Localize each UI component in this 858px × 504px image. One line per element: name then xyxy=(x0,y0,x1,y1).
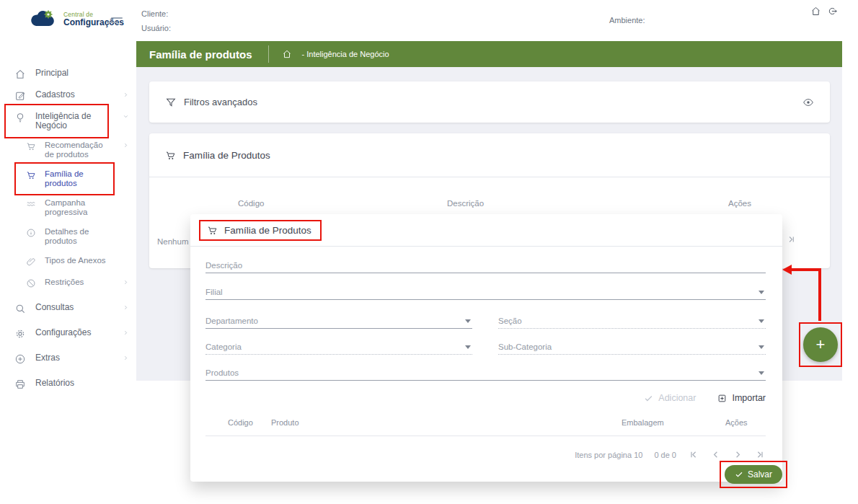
printer-icon xyxy=(14,379,26,390)
breadcrumb: - Inteligência de Negócio xyxy=(302,50,389,58)
column-descricao: Descrição xyxy=(447,199,484,208)
sidebar-nav: Principal Cadastros Inteligência de Negó… xyxy=(0,41,136,504)
app-window: Central de Configurações Cliente: Usuári… xyxy=(0,0,858,504)
annotation-arrow-vertical xyxy=(818,268,821,321)
sidebar-item-inteligencia-de-negocio[interactable]: Inteligência de Negócio xyxy=(0,107,136,136)
dropdown-arrow-icon xyxy=(759,371,764,375)
last-page-icon[interactable] xyxy=(755,449,766,460)
importar-button[interactable]: Importar xyxy=(717,393,766,403)
dropdown-arrow-icon xyxy=(759,345,764,349)
save-button[interactable]: Salvar xyxy=(725,465,782,484)
breadcrumb-home-icon[interactable] xyxy=(282,49,292,59)
cloud-gear-logo-icon xyxy=(29,9,58,29)
plus-circle-icon xyxy=(14,353,26,365)
cart-icon xyxy=(26,169,36,181)
previous-page-icon[interactable] xyxy=(710,449,721,460)
last-page-icon[interactable] xyxy=(787,234,797,244)
first-page-icon[interactable] xyxy=(688,449,699,460)
chevron-right-icon xyxy=(123,90,129,98)
column-acoes: Ações xyxy=(725,418,748,427)
next-page-icon[interactable] xyxy=(733,449,743,460)
sidebar-item-relatorios[interactable]: Relatórios xyxy=(0,373,136,395)
sidebar-item-restricoes[interactable]: Restrições xyxy=(0,273,136,294)
dropdown-arrow-icon xyxy=(465,345,471,349)
chevron-right-icon xyxy=(123,141,129,149)
check-icon xyxy=(644,394,653,403)
produtos-select[interactable]: Produtos xyxy=(205,366,766,381)
sidebar-item-detalhes-de-produtos[interactable]: Detalhes de produtos xyxy=(0,222,136,251)
block-icon xyxy=(26,278,36,289)
top-header: Central de Configurações Cliente: Usuári… xyxy=(0,0,858,41)
funnel-icon xyxy=(165,97,177,108)
client-label: Cliente: xyxy=(141,9,168,18)
sidebar-item-consultas[interactable]: Consultas xyxy=(0,298,136,319)
column-embalagem: Embalagem xyxy=(622,418,664,427)
annotation-box-save: Salvar xyxy=(720,461,787,488)
dropdown-arrow-icon xyxy=(465,319,471,323)
sidebar-item-familia-de-produtos[interactable]: Família de produtos xyxy=(0,164,136,193)
sidebar-item-principal[interactable]: Principal xyxy=(0,63,136,85)
sidebar-item-tipos-de-anexos[interactable]: Tipos de Anexos xyxy=(0,251,136,273)
column-codigo: Código xyxy=(228,418,253,427)
title-divider xyxy=(268,45,269,63)
sidebar-item-extras[interactable]: Extras xyxy=(0,348,136,370)
adicionar-button[interactable]: Adicionar xyxy=(644,393,696,403)
descricao-field[interactable]: Descrição xyxy=(205,258,766,273)
home-icon[interactable] xyxy=(810,6,821,17)
familia-card-title: Família de Produtos xyxy=(183,150,270,161)
chevron-right-icon xyxy=(123,278,129,286)
chevron-down-icon xyxy=(123,112,129,120)
menu-toggle-icon[interactable] xyxy=(107,16,123,25)
logout-icon[interactable] xyxy=(827,6,838,17)
range-label: 0 de 0 xyxy=(654,451,676,459)
chevron-right-icon xyxy=(123,328,129,336)
home-icon xyxy=(14,68,26,80)
sub-categoria-select[interactable]: Sub-Categoria xyxy=(498,340,766,355)
sidebar-item-cadastros[interactable]: Cadastros xyxy=(0,85,136,107)
familia-table-header: Código Descrição Ações xyxy=(149,177,830,213)
cart-icon xyxy=(165,150,176,161)
categoria-select[interactable]: Categoria xyxy=(205,340,472,355)
column-acoes: Ações xyxy=(728,199,751,208)
filial-select[interactable]: Filial xyxy=(205,285,766,300)
chevron-right-icon xyxy=(123,303,129,311)
departamento-select[interactable]: Departamento xyxy=(205,314,472,329)
add-fab-button[interactable]: + xyxy=(803,327,838,362)
gear-icon xyxy=(14,328,26,340)
annotation-box-modal-title: Família de Produtos xyxy=(199,220,322,241)
search-icon xyxy=(14,303,26,314)
sidebar-item-recomendacao-de-produtos[interactable]: Recomendação de produtos xyxy=(0,136,136,164)
dialog-title: Família de Produtos xyxy=(224,225,311,236)
environment-label: Ambiente: xyxy=(609,16,645,25)
user-label: Usuário: xyxy=(141,24,171,32)
page-title: Família de produtos xyxy=(149,48,252,61)
waves-icon xyxy=(26,198,36,210)
items-per-page-label: Itens por página 10 xyxy=(575,451,642,459)
filters-panel: Filtros avançados xyxy=(149,81,830,123)
sidebar-item-campanha-progressiva[interactable]: Campanha progressiva xyxy=(0,193,136,222)
table-divider xyxy=(205,436,766,436)
paperclip-icon xyxy=(26,256,36,268)
annotation-arrow-horizontal xyxy=(790,268,821,271)
chevron-right-icon xyxy=(123,353,129,361)
dropdown-arrow-icon xyxy=(759,291,764,294)
sidebar-item-configuracoes[interactable]: Configurações xyxy=(0,323,136,345)
page-title-bar: Família de produtos - Inteligência de Ne… xyxy=(136,41,842,67)
page-size-value[interactable]: 10 xyxy=(634,451,642,459)
column-produto: Produto xyxy=(271,418,299,427)
familia-produtos-dialog: Família de Produtos Descrição Filial Dep… xyxy=(190,214,782,482)
dialog-divider xyxy=(190,246,782,247)
annotation-box-fab: + xyxy=(799,322,842,367)
eye-icon[interactable] xyxy=(802,97,814,108)
dialog-paginator: Itens por página 10 0 de 0 xyxy=(575,449,766,460)
column-codigo: Código xyxy=(238,199,264,208)
dropdown-arrow-icon xyxy=(759,319,764,323)
lightbulb-icon xyxy=(14,112,26,123)
secao-select[interactable]: Seção xyxy=(498,314,766,329)
info-icon xyxy=(26,227,36,239)
cart-icon xyxy=(207,225,218,236)
edit-icon xyxy=(14,90,26,102)
filters-title[interactable]: Filtros avançados xyxy=(184,97,257,107)
check-icon xyxy=(735,470,743,479)
import-icon xyxy=(717,394,727,403)
